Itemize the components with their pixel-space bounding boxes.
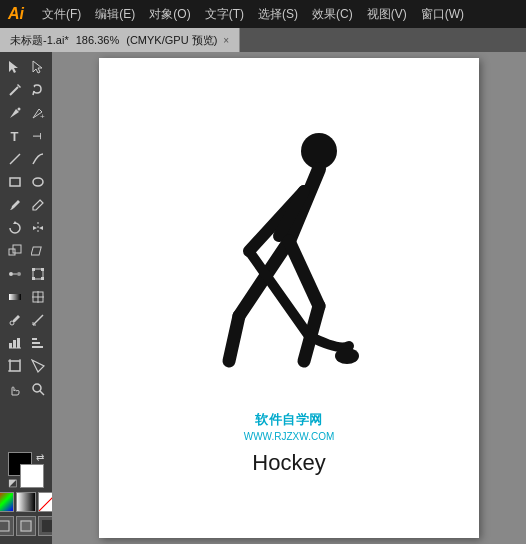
tool-group-rotate (3, 217, 49, 239)
hockey-figure (189, 121, 389, 401)
document-tab[interactable]: 未标题-1.ai* 186.36% (CMYK/GPU 预览) × (0, 28, 240, 52)
pen-tool[interactable] (3, 102, 26, 124)
tool-group-shape (3, 171, 49, 193)
tool-group-scale (3, 240, 49, 262)
menu-edit[interactable]: 编辑(E) (89, 4, 141, 25)
lasso-tool[interactable] (26, 79, 49, 101)
background-color[interactable] (20, 464, 44, 488)
fullscreen-view-button[interactable] (16, 516, 36, 536)
gradient-tool[interactable] (3, 286, 26, 308)
svg-rect-35 (17, 338, 20, 348)
color-reset-icon[interactable]: ◩ (8, 477, 17, 488)
paintbrush-tool[interactable] (3, 194, 26, 216)
type-tool[interactable]: T (3, 125, 26, 147)
svg-rect-23 (32, 277, 35, 280)
line-segment-tool[interactable] (3, 148, 26, 170)
ellipse-tool[interactable] (26, 171, 49, 193)
bottom-color-tools (0, 492, 52, 512)
slice-tool[interactable] (26, 355, 49, 377)
svg-point-60 (335, 348, 359, 364)
menu-effect[interactable]: 效果(C) (306, 4, 359, 25)
scale-tool[interactable] (3, 240, 26, 262)
pencil-tool[interactable] (26, 194, 49, 216)
arc-tool[interactable] (26, 148, 49, 170)
svg-rect-39 (32, 346, 43, 348)
color-mode-button[interactable] (0, 492, 14, 512)
svg-line-46 (40, 391, 44, 395)
color-section: ⇄ ◩ (0, 448, 52, 540)
svg-rect-22 (41, 268, 44, 271)
menu-view[interactable]: 视图(V) (361, 4, 413, 25)
free-transform-tool[interactable] (26, 263, 49, 285)
select-tool[interactable] (3, 56, 26, 78)
measure-tool[interactable] (26, 309, 49, 331)
svg-text:+: + (40, 112, 45, 120)
tool-group-brush (3, 194, 49, 216)
eyedropper-tool[interactable] (3, 309, 26, 331)
tool-group-line (3, 148, 49, 170)
svg-marker-12 (33, 226, 37, 230)
menu-select[interactable]: 选择(S) (252, 4, 304, 25)
color-swap-icon[interactable]: ⇄ (36, 452, 44, 463)
app-logo: Ai (8, 5, 24, 23)
shear-tool[interactable] (26, 240, 49, 262)
tab-close-button[interactable]: × (223, 35, 229, 46)
normal-view-button[interactable] (0, 516, 14, 536)
tool-group-slice (3, 355, 49, 377)
svg-line-4 (33, 91, 34, 95)
svg-marker-0 (9, 61, 18, 73)
title-bar: Ai 文件(F) 编辑(E) 对象(O) 文字(T) 选择(S) 效果(C) 视… (0, 0, 526, 28)
canvas-area: 软件自学网 WWW.RJZXW.COM Hockey (52, 52, 526, 544)
tool-group-select (3, 56, 49, 78)
tool-group-graph (3, 332, 49, 354)
bar-graph-tool[interactable] (26, 332, 49, 354)
menu-bar: 文件(F) 编辑(E) 对象(O) 文字(T) 选择(S) 效果(C) 视图(V… (36, 4, 518, 25)
tool-group-wand (3, 79, 49, 101)
svg-point-17 (9, 272, 13, 276)
menu-text[interactable]: 文字(T) (199, 4, 250, 25)
color-boxes: ⇄ ◩ (8, 452, 44, 488)
svg-line-7 (10, 154, 20, 164)
svg-rect-50 (42, 520, 52, 532)
vertical-type-tool[interactable]: T (26, 125, 49, 147)
tool-group-navigate (3, 378, 49, 400)
none-mode-button[interactable] (38, 492, 52, 512)
hand-tool[interactable] (3, 378, 26, 400)
tab-bar: 未标题-1.ai* 186.36% (CMYK/GPU 预览) × (0, 28, 526, 52)
zoom-tool[interactable] (26, 378, 49, 400)
image-label: Hockey (252, 450, 325, 476)
svg-rect-47 (0, 521, 9, 531)
svg-line-2 (10, 87, 18, 95)
gradient-mode-button[interactable] (16, 492, 36, 512)
menu-window[interactable]: 窗口(W) (415, 4, 470, 25)
tool-group-type: T T (3, 125, 49, 147)
svg-rect-38 (32, 342, 40, 344)
svg-rect-8 (10, 178, 20, 186)
add-anchor-tool[interactable]: + (26, 102, 49, 124)
tool-group-eyedropper (3, 309, 49, 331)
fullscreen-nomenus-button[interactable] (38, 516, 52, 536)
magic-wand-tool[interactable] (3, 79, 26, 101)
tool-group-gradient (3, 286, 49, 308)
svg-rect-37 (32, 338, 37, 340)
svg-rect-40 (10, 361, 20, 371)
blend-tool[interactable] (3, 263, 26, 285)
view-mode-tools (0, 516, 52, 536)
tool-group-pen: + (3, 102, 49, 124)
svg-rect-34 (13, 340, 16, 348)
mesh-tool[interactable] (26, 286, 49, 308)
reflect-tool[interactable] (26, 217, 49, 239)
left-toolbar: + T T (0, 52, 52, 544)
svg-rect-48 (20, 520, 32, 532)
column-graph-tool[interactable] (3, 332, 26, 354)
direct-select-tool[interactable] (26, 56, 49, 78)
rotate-tool[interactable] (3, 217, 26, 239)
svg-rect-16 (31, 247, 41, 255)
menu-object[interactable]: 对象(O) (143, 4, 196, 25)
svg-rect-25 (9, 294, 21, 300)
rectangle-tool[interactable] (3, 171, 26, 193)
main-area: + T T (0, 52, 526, 544)
svg-rect-24 (41, 277, 44, 280)
artboard-tool[interactable] (3, 355, 26, 377)
menu-file[interactable]: 文件(F) (36, 4, 87, 25)
